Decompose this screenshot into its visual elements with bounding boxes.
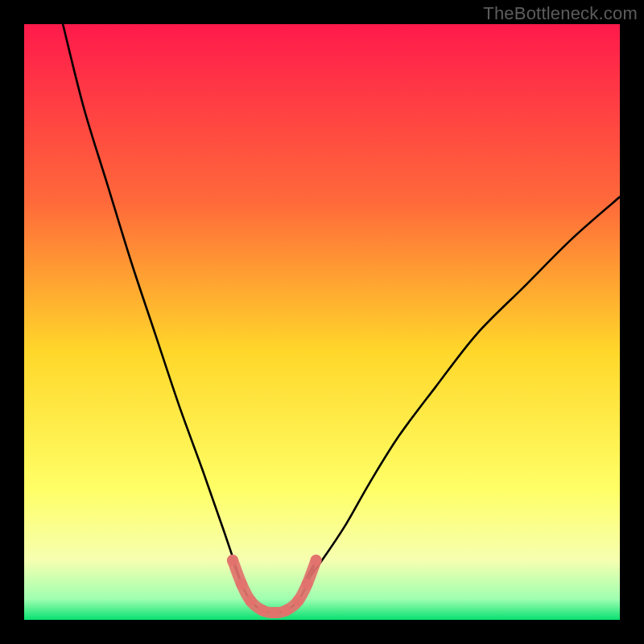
valley-highlight-dot xyxy=(311,555,322,566)
valley-highlight-dot xyxy=(245,595,256,606)
valley-highlight-dot xyxy=(257,605,268,616)
chart-frame: TheBottleneck.com xyxy=(0,0,644,644)
bottleneck-chart xyxy=(0,0,644,644)
valley-highlight-dot xyxy=(302,579,313,590)
valley-highlight-dot xyxy=(281,605,292,616)
valley-highlight-dot xyxy=(292,595,303,606)
valley-highlight-dot xyxy=(236,579,247,590)
valley-highlight-dot xyxy=(227,555,238,566)
watermark-text: TheBottleneck.com xyxy=(483,3,638,24)
valley-highlight-dot xyxy=(269,607,280,618)
plot-background xyxy=(24,24,620,620)
